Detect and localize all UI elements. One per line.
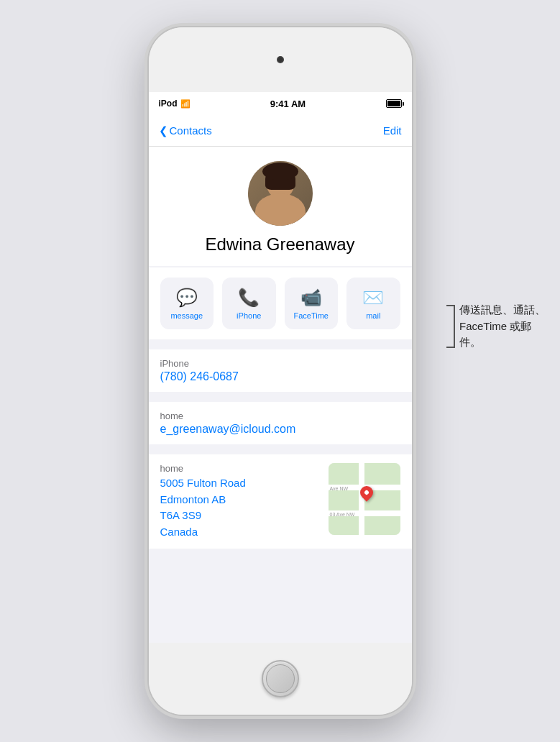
address-section: home 5005 Fulton Road Edmonton AB T6A 3S…: [149, 454, 412, 549]
map-thumbnail[interactable]: Ave NW 03 Ave NW: [329, 463, 400, 535]
avatar: [248, 161, 313, 226]
status-time: 9:41 AM: [270, 99, 306, 109]
annotation-bracket: [446, 305, 455, 348]
scene: iPod 📶 9:41 AM ❮ Contacts Edit: [0, 0, 560, 742]
avatar-hair: [265, 168, 295, 190]
screen: iPod 📶 9:41 AM ❮ Contacts Edit: [149, 92, 412, 643]
avatar-face: [248, 161, 313, 226]
nav-bar: ❮ Contacts Edit: [149, 115, 412, 147]
battery-fill: [387, 101, 400, 106]
carrier-label: iPod: [159, 99, 178, 109]
mail-icon: ✉️: [362, 288, 384, 308]
email-field-label: home: [160, 411, 400, 421]
edit-button[interactable]: Edit: [383, 124, 402, 137]
contact-name: Edwina Greenaway: [205, 234, 354, 255]
mail-label: mail: [366, 311, 380, 320]
top-bezel: [149, 27, 412, 92]
address-line1[interactable]: 5005 Fulton Road: [160, 475, 320, 492]
status-right: [386, 99, 402, 108]
battery-icon: [386, 99, 402, 108]
profile-section: Edwina Greenaway: [149, 147, 412, 266]
status-bar: iPod 📶 9:41 AM: [149, 92, 412, 115]
phone-number[interactable]: (780) 246-0687: [160, 370, 400, 383]
message-label: message: [170, 311, 203, 320]
mail-button[interactable]: ✉️ mail: [346, 278, 400, 329]
phone-field-label: iPhone: [160, 358, 400, 369]
home-button[interactable]: [262, 660, 299, 697]
message-button[interactable]: 💬 message: [160, 278, 214, 329]
iphone-label: iPhone: [237, 311, 261, 320]
message-icon: 💬: [176, 288, 198, 308]
address-field-label: home: [160, 463, 320, 474]
address-text: home 5005 Fulton Road Edmonton AB T6A 3S…: [160, 463, 320, 540]
iphone-device: iPod 📶 9:41 AM ❮ Contacts Edit: [147, 26, 413, 716]
facetime-icon: 📹: [300, 288, 322, 308]
map-pin-head: [357, 483, 375, 501]
status-left: iPod 📶: [159, 99, 191, 109]
bottom-bezel: [149, 643, 412, 715]
email-address[interactable]: e_greenaway@icloud.com: [160, 423, 400, 436]
address-line3[interactable]: T6A 3S9: [160, 508, 320, 524]
facetime-label: FaceTime: [294, 311, 329, 320]
back-chevron-icon: ❮: [159, 124, 168, 137]
annotation: 傳送訊息、通話、FaceTime 或郵件。: [446, 302, 553, 351]
content-area[interactable]: Edwina Greenaway 💬 message 📞 iPhone 📹 Fa…: [149, 147, 412, 643]
wifi-icon: 📶: [180, 99, 191, 109]
phone-icon: 📞: [238, 288, 260, 308]
home-button-inner: [266, 664, 295, 693]
annotation-text: 傳送訊息、通話、FaceTime 或郵件。: [459, 302, 553, 351]
iphone-call-button[interactable]: 📞 iPhone: [222, 278, 276, 329]
facetime-button[interactable]: 📹 FaceTime: [285, 278, 339, 329]
address-line2[interactable]: Edmonton AB: [160, 492, 320, 508]
address-line4[interactable]: Canada: [160, 524, 320, 541]
phone-section: iPhone (780) 246-0687: [149, 349, 412, 392]
map-pin: [360, 486, 373, 499]
email-section: home e_greenaway@icloud.com: [149, 402, 412, 444]
actions-row: 💬 message 📞 iPhone 📹 FaceTime ✉️ mail: [149, 267, 412, 339]
back-button[interactable]: ❮ Contacts: [159, 124, 212, 137]
back-label: Contacts: [170, 124, 212, 137]
map-pin-dot: [363, 490, 369, 495]
camera: [277, 56, 284, 63]
